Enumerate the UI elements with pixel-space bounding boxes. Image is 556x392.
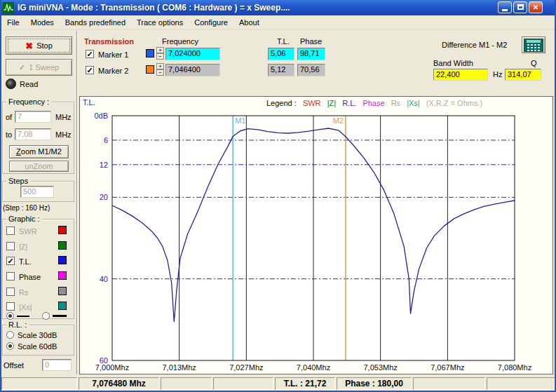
line-style-solid-radio[interactable] bbox=[6, 312, 14, 320]
rs-checkbox bbox=[6, 288, 15, 296]
x-tick-label: 7,013Mhz bbox=[162, 363, 196, 372]
menu-configure[interactable]: Configure bbox=[189, 16, 233, 29]
frequency-group-label: Frequency : bbox=[6, 97, 51, 106]
marker1-checkbox[interactable]: ✓ bbox=[86, 50, 94, 58]
status-frequency: 7,076480 Mhz bbox=[79, 377, 159, 390]
maximize-icon bbox=[517, 4, 524, 10]
marker2-color-swatch bbox=[146, 65, 154, 74]
band-width-field: 22,400 bbox=[433, 69, 488, 81]
frequency-group: Frequency : of 7 MHz to 7,08 MHz Zoom M1… bbox=[2, 102, 74, 174]
status-panel-6 bbox=[413, 377, 485, 390]
scale-30db-label: Scale 30dB bbox=[18, 331, 57, 339]
scale-60db-dot bbox=[8, 344, 12, 348]
swr-checkbox bbox=[6, 227, 15, 235]
swr-color-swatch bbox=[58, 226, 67, 234]
line-style-dash-sample bbox=[53, 315, 67, 317]
marker2-spin-down[interactable]: − bbox=[156, 69, 164, 76]
menu-file[interactable]: File bbox=[1, 16, 25, 29]
marker2-label: Marker 2 bbox=[98, 67, 128, 75]
x-tick-label: 7,027Mhz bbox=[229, 363, 263, 372]
calculator-icon bbox=[524, 39, 543, 52]
steps-group: Steps 500 bbox=[2, 181, 74, 202]
z-checkbox-label: |Z| bbox=[19, 243, 27, 251]
tl-checkbox-label: T.L. bbox=[19, 257, 32, 266]
maximize-button[interactable] bbox=[513, 1, 527, 13]
y-tick-label: 6 bbox=[104, 136, 108, 144]
y-tick-label: 12 bbox=[100, 161, 108, 169]
rs-checkbox-label: Rs bbox=[19, 288, 28, 297]
menu-modes[interactable]: Modes bbox=[25, 16, 60, 29]
z-color-swatch bbox=[58, 241, 67, 250]
freq-of-input: 7 bbox=[15, 111, 51, 123]
sweep-button: ✓ 1 Sweep bbox=[6, 59, 72, 76]
menu-about[interactable]: About bbox=[233, 16, 265, 29]
rs-color-swatch bbox=[58, 287, 67, 295]
scale-30db-radio[interactable] bbox=[6, 331, 14, 339]
phase-checkbox-label: Phase bbox=[19, 273, 41, 281]
y-tick-label: 0dB bbox=[94, 111, 108, 120]
scale-60db-radio[interactable] bbox=[6, 342, 14, 350]
marker2-tl-field: 5,12 bbox=[268, 64, 294, 76]
marker2-frequency-field[interactable]: 7,046400 bbox=[165, 64, 220, 76]
rl-group-label: R.L. : bbox=[6, 320, 29, 329]
marker-label-m1: M1 bbox=[235, 116, 245, 125]
status-panel-2 bbox=[161, 377, 212, 390]
menu-trace-options[interactable]: Trace options bbox=[131, 16, 189, 29]
marker-label-m2: M2 bbox=[333, 116, 344, 125]
sweep-button-label: 1 Sweep bbox=[29, 63, 59, 72]
app-window: IG miniVNA - Mode : Transmission ( COM6 … bbox=[0, 0, 556, 392]
stop-button[interactable]: ✖ Stop bbox=[6, 36, 72, 55]
xs-checkbox bbox=[6, 302, 15, 311]
y-tick-label: 60 bbox=[100, 356, 108, 365]
line-style-solid-dot bbox=[8, 314, 12, 318]
swr-checkbox-label: SWR bbox=[19, 227, 37, 236]
xs-color-swatch bbox=[58, 302, 67, 310]
of-unit-label: MHz bbox=[55, 113, 72, 121]
tl-check-icon: ✓ bbox=[7, 257, 13, 265]
rl-group: R.L. : Scale 30dB Scale 60dB bbox=[2, 325, 74, 356]
marker2-spin-up[interactable]: + bbox=[156, 63, 164, 69]
app-icon bbox=[3, 2, 14, 13]
marker1-spinner: + − bbox=[156, 47, 164, 60]
frequency-header: Frequency bbox=[162, 37, 198, 46]
title-bar: IG miniVNA - Mode : Transmission ( COM6 … bbox=[0, 0, 556, 15]
y-tick-label: 20 bbox=[100, 193, 108, 201]
graphic-group-label: Graphic : bbox=[6, 215, 42, 223]
phase-color-swatch bbox=[58, 271, 67, 280]
phase-header: Phase bbox=[300, 37, 322, 46]
line-style-dash-radio[interactable] bbox=[42, 312, 50, 320]
stop-button-face: ✖ Stop bbox=[8, 39, 70, 53]
status-bar: 7,076480 Mhz T.L. : 21,72 Phase : 180,00 bbox=[1, 377, 555, 391]
marker1-label: Marker 1 bbox=[98, 50, 128, 59]
read-knob-icon[interactable] bbox=[6, 79, 16, 89]
sweep-check-icon: ✓ bbox=[19, 63, 25, 72]
tl-checkbox[interactable]: ✓ bbox=[6, 257, 15, 265]
freq-to-input: 7,08 bbox=[15, 128, 51, 140]
tl-color-swatch bbox=[58, 256, 67, 264]
zoom-m1-m2-button[interactable]: Zoom M1/M2 bbox=[9, 145, 69, 158]
marker2-phase-field: 70,56 bbox=[297, 64, 325, 76]
stop-x-icon: ✖ bbox=[25, 41, 33, 51]
marker1-spin-down[interactable]: − bbox=[156, 53, 164, 60]
minimize-icon bbox=[502, 9, 508, 11]
menu-bands-predefined[interactable]: Bands predefined bbox=[60, 16, 131, 29]
tl-trace-chart: M1M27,000Mhz7,013Mhz7,027Mhz7,040Mhz7,05… bbox=[80, 97, 552, 374]
calculator-button[interactable] bbox=[522, 36, 545, 53]
window-border-left bbox=[0, 0, 1, 392]
marker1-check-icon: ✓ bbox=[86, 50, 93, 58]
window-title: IG miniVNA - Mode : Transmission ( COM6 … bbox=[18, 3, 290, 13]
status-panel-0 bbox=[1, 377, 77, 390]
close-button[interactable]: ✕ bbox=[529, 1, 543, 13]
q-label: Q bbox=[531, 59, 537, 67]
phase-checkbox[interactable] bbox=[6, 272, 15, 281]
marker1-frequency-field[interactable]: 7,024000 bbox=[165, 48, 220, 60]
chart-panel: T.L. Legend : SWR |Z| R.L. Phase Rs |Xs|… bbox=[79, 96, 553, 374]
minimize-button[interactable] bbox=[498, 1, 512, 13]
marker2-checkbox[interactable]: ✓ bbox=[86, 66, 94, 74]
offset-input: 0 bbox=[42, 359, 72, 371]
x-tick-label: 7,053Mhz bbox=[363, 363, 397, 372]
menu-bar: File Modes Bands predefined Trace option… bbox=[1, 15, 555, 30]
marker1-spin-up[interactable]: + bbox=[156, 47, 164, 53]
stop-button-label: Stop bbox=[36, 41, 53, 50]
q-field: 314,07 bbox=[505, 69, 541, 81]
